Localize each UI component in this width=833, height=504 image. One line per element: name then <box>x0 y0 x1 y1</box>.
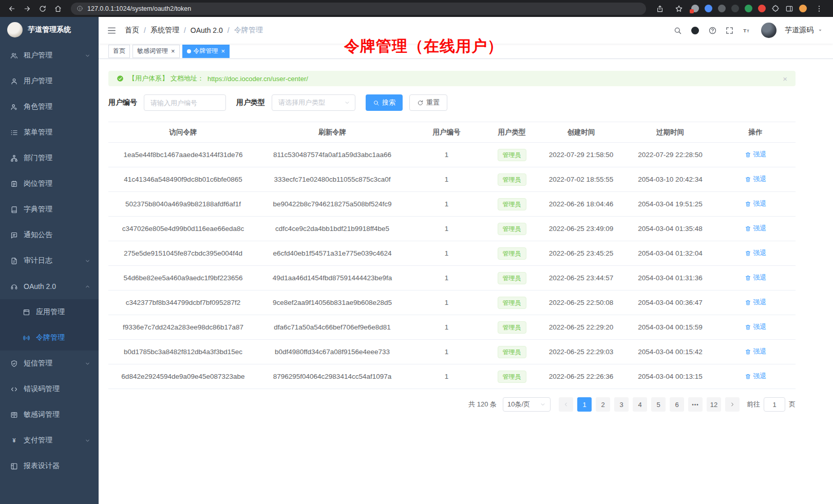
puzzle-icon[interactable] <box>771 5 780 13</box>
user-avatar[interactable] <box>761 23 777 38</box>
user-type-badge: 管理员 <box>498 272 526 284</box>
refresh-token-cell: 49d1aa46d1454fbd87591444423be9fa <box>258 266 407 290</box>
pager-page-1[interactable]: 1 <box>577 397 592 412</box>
browser-actions <box>652 3 828 15</box>
chevron-down-icon[interactable] <box>818 28 823 33</box>
browser-reload-icon[interactable] <box>36 3 49 15</box>
extension-blue-icon[interactable] <box>705 5 712 12</box>
search-icon[interactable] <box>673 26 682 35</box>
force-logout-button[interactable]: 强退 <box>745 248 767 258</box>
pager-page-6[interactable]: 6 <box>670 397 684 412</box>
user-name[interactable]: 芋道源码 <box>785 26 813 35</box>
sidebar-item-tenant[interactable]: 租户管理 <box>0 43 99 68</box>
create-time-cell: 2022-06-25 23:49:09 <box>537 217 625 241</box>
sidebar-item-user[interactable]: 用户管理 <box>0 68 99 94</box>
pager-page-3[interactable]: 3 <box>614 397 629 412</box>
breadcrumb-item[interactable]: 首页 <box>125 26 139 35</box>
force-logout-button[interactable]: 强退 <box>745 273 767 282</box>
sidebar-item-sensitive[interactable]: 敏感词管理 <box>0 402 99 428</box>
user-id-input[interactable] <box>144 94 226 111</box>
force-logout-button[interactable]: 强退 <box>745 347 767 356</box>
browser-home-icon[interactable] <box>51 3 65 15</box>
sidebar-toggle-icon[interactable] <box>107 26 117 35</box>
sidebar-item-sms[interactable]: 短信管理 <box>0 351 99 376</box>
bookmark-star-icon[interactable] <box>672 3 686 15</box>
extension-red-icon[interactable] <box>758 5 766 12</box>
force-logout-label: 强退 <box>753 175 767 184</box>
sidebar-item-oauth2[interactable]: OAuth 2.0 <box>0 274 99 299</box>
sidebar-item-dept[interactable]: 部门管理 <box>0 145 99 171</box>
pager-page-2[interactable]: 2 <box>596 397 610 412</box>
pager-page-4[interactable]: 4 <box>633 397 647 412</box>
user-type-cell: 管理员 <box>486 217 537 241</box>
extension-ring-icon[interactable] <box>718 5 726 12</box>
sidebar-item-menu[interactable]: 菜单管理 <box>0 120 99 145</box>
force-logout-button[interactable]: 强退 <box>745 150 767 159</box>
sidebar-item-notice[interactable]: 通知公告 <box>0 222 99 248</box>
table-row: f9336e7c7dd242a283ee98dc86b17a87dfa6c71a… <box>108 315 796 340</box>
refresh-token-cell: 9ce8ef2aa9f14056b831ae9b608e28d5 <box>258 290 407 315</box>
view-tab-label: 敏感词管理 <box>137 47 168 55</box>
browser-forward-icon[interactable] <box>21 3 34 15</box>
extension-green-icon[interactable] <box>745 5 752 12</box>
profile-avatar-icon[interactable] <box>799 5 807 12</box>
force-logout-button[interactable]: 强退 <box>745 199 767 208</box>
sidebar-item-pay[interactable]: ¥支付管理 <box>0 428 99 453</box>
share-icon[interactable] <box>653 3 667 15</box>
prev-page-button[interactable] <box>559 397 573 412</box>
user-type-badge: 管理员 <box>498 173 526 186</box>
pager-more-button[interactable]: ••• <box>688 397 703 412</box>
user-type-select[interactable]: 请选择用户类型 <box>272 94 355 111</box>
goto-page-input[interactable] <box>764 397 785 412</box>
extension-dark-icon[interactable] <box>731 5 739 12</box>
table-row: 54d6be82ee5a460a9aedc1f9bf22365649d1aa46… <box>108 266 796 290</box>
svg-text:¥: ¥ <box>13 437 16 443</box>
table-row: 41c41346a548490f9dc8b01c6bfe0865333ecfc7… <box>108 167 796 192</box>
sidebar-item-report[interactable]: 报表设计器 <box>0 453 99 479</box>
help-icon[interactable] <box>708 26 717 35</box>
font-size-icon[interactable]: TT <box>742 26 751 35</box>
extension-badge-icon[interactable] <box>691 5 699 12</box>
browser-menu-icon[interactable] <box>812 3 826 15</box>
github-icon[interactable] <box>690 26 700 35</box>
side-panel-icon[interactable] <box>785 5 793 13</box>
breadcrumb-item[interactable]: OAuth 2.0 <box>191 26 223 34</box>
table-row: c342377bf8b344799dcbf7bf095287f29ce8ef2a… <box>108 290 796 315</box>
app-logo[interactable]: 芋道管理系统 <box>0 17 99 43</box>
doc-link[interactable]: https://doc.iocoder.cn/user-center/ <box>207 75 308 83</box>
navbar-tools: TT 芋道源码 <box>673 23 823 38</box>
tab-close-icon[interactable]: × <box>221 48 225 54</box>
view-tab[interactable]: 敏感词管理× <box>132 45 180 58</box>
search-button[interactable]: 搜索 <box>366 94 403 111</box>
force-logout-button[interactable]: 强退 <box>745 224 767 233</box>
address-bar[interactable]: 127.0.0.1:1024/system/oauth2/token <box>71 3 646 15</box>
sidebar-item-label: 短信管理 <box>24 359 85 368</box>
fullscreen-icon[interactable] <box>725 26 734 35</box>
view-tab[interactable]: 首页 <box>108 45 130 58</box>
sidebar-item-audit[interactable]: 审计日志 <box>0 248 99 274</box>
sidebar-item-dict[interactable]: 字典管理 <box>0 197 99 222</box>
sidebar-item-post[interactable]: 岗位管理 <box>0 171 99 197</box>
next-page-button[interactable] <box>725 397 740 412</box>
force-logout-button[interactable]: 强退 <box>745 322 767 332</box>
alert-close-icon[interactable]: × <box>783 74 787 83</box>
force-logout-button[interactable]: 强退 <box>745 175 767 184</box>
browser-back-icon[interactable] <box>5 3 18 15</box>
reset-button[interactable]: 重置 <box>409 94 447 111</box>
pager-page-12[interactable]: 12 <box>707 397 721 412</box>
sidebar-item-role[interactable]: 角色管理 <box>0 94 99 120</box>
role-icon <box>10 103 18 111</box>
sidebar-item-oauth2-app[interactable]: 应用管理 <box>0 299 99 325</box>
force-logout-label: 强退 <box>753 347 767 356</box>
page-size-select[interactable]: 10条/页 <box>503 397 551 412</box>
sidebar-item-errcode[interactable]: 错误码管理 <box>0 376 99 402</box>
force-logout-button[interactable]: 强退 <box>745 298 767 307</box>
sidebar-item-oauth2-token[interactable]: 令牌管理 <box>0 325 99 351</box>
site-info-icon[interactable] <box>77 5 83 12</box>
view-tab[interactable]: 令牌管理× <box>182 45 230 58</box>
force-logout-button[interactable]: 强退 <box>745 372 767 381</box>
breadcrumb-item[interactable]: 系统管理 <box>150 26 179 35</box>
tab-close-icon[interactable]: × <box>171 48 175 54</box>
sidebar-menu: 租户管理用户管理角色管理菜单管理部门管理岗位管理字典管理通知公告审计日志OAut… <box>0 43 99 504</box>
pager-page-5[interactable]: 5 <box>651 397 666 412</box>
